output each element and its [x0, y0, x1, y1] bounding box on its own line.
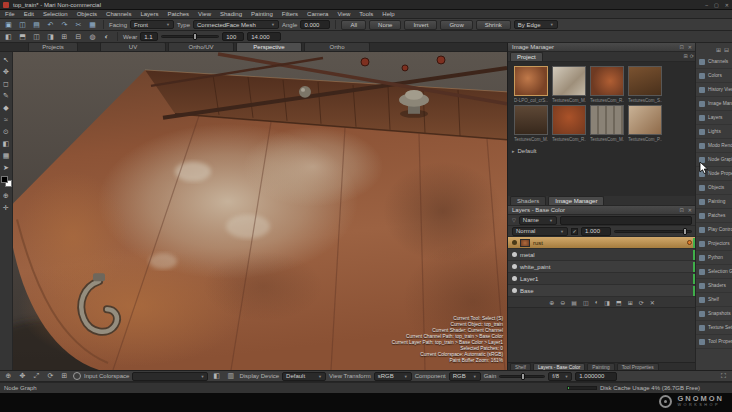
dock-tab-shaders[interactable]: Shaders: [510, 196, 546, 205]
sidebar-item-painting[interactable]: Painting: [696, 195, 732, 209]
add-mask-icon[interactable]: ◨: [604, 299, 610, 306]
sidebar-item-shaders[interactable]: Shaders: [696, 279, 732, 293]
add-adjustment-icon[interactable]: ◐: [595, 299, 599, 305]
dock-tab-layers-base-color[interactable]: Layers - Base Color: [533, 363, 585, 370]
menu-camera[interactable]: Camera: [307, 11, 328, 17]
layer-row[interactable]: white_paint: [508, 261, 696, 273]
texture-thumbnail[interactable]: [628, 66, 662, 96]
gradient-tool-icon[interactable]: ◧: [1, 138, 12, 149]
tab-projects[interactable]: Projects: [28, 42, 78, 51]
sidebar-item-modo-render[interactable]: Modo Render: [696, 139, 732, 153]
layer-visibility-icon[interactable]: [512, 252, 517, 257]
gain-value-field[interactable]: 1.000000: [575, 372, 617, 381]
angle-field[interactable]: 0.000: [300, 20, 330, 29]
expand-arrow-icon[interactable]: ▸: [512, 148, 515, 154]
panel-float-icon[interactable]: ⊡: [680, 207, 684, 213]
layer-row[interactable]: metal: [508, 249, 696, 261]
3d-viewport[interactable]: Current Tool: Select (S) Current Object:…: [13, 52, 507, 370]
remove-layer-icon[interactable]: ⊖: [560, 299, 565, 306]
sidebar-item-colors[interactable]: Colors: [696, 69, 732, 83]
fill-tool-icon[interactable]: ▦: [1, 150, 12, 161]
fstop-dropdown[interactable]: f/8▼: [548, 372, 572, 381]
foreground-color-swatch[interactable]: [1, 176, 8, 183]
panel-close-icon[interactable]: ✕: [688, 44, 692, 50]
open-project-icon[interactable]: ◫: [17, 20, 28, 30]
input-colorspace-dropdown[interactable]: ▼: [132, 372, 208, 381]
layer-row[interactable]: rust: [508, 237, 696, 249]
sidebar-item-objects[interactable]: Objects: [696, 181, 732, 195]
sidebar-item-layers[interactable]: Layers: [696, 111, 732, 125]
panel-float-icon[interactable]: ⊡: [680, 44, 684, 50]
clone-stamp-icon[interactable]: ⊙: [1, 126, 12, 137]
menu-filters[interactable]: Filters: [282, 11, 298, 17]
image-manager-tab-project[interactable]: Project: [510, 52, 543, 61]
filter-field-dropdown[interactable]: Name▼: [519, 216, 557, 225]
menu-objects[interactable]: Objects: [77, 11, 97, 17]
menu-view[interactable]: View: [198, 11, 211, 17]
bake-icon[interactable]: ⊟: [73, 32, 84, 42]
paint-through-icon[interactable]: ◧: [3, 32, 14, 42]
filter-funnel-icon[interactable]: ▽: [512, 217, 516, 223]
select-all-button[interactable]: All: [341, 20, 366, 30]
tab-ortho-uv[interactable]: Ortho/UV: [168, 42, 234, 51]
facing-dropdown[interactable]: Front▼: [130, 20, 174, 29]
menu-file[interactable]: File: [5, 11, 15, 17]
layer-amount-slider[interactable]: [614, 227, 692, 236]
tab-perspective[interactable]: Perspective: [236, 42, 302, 51]
lut-icon[interactable]: ◧: [211, 371, 222, 381]
texture-thumbnail[interactable]: [514, 105, 548, 135]
duplicate-layer-icon[interactable]: ◫: [583, 299, 589, 306]
selection-type-dropdown[interactable]: ConnectedFace Mesh▼: [193, 20, 279, 29]
layer-visibility-checkbox[interactable]: ✓: [571, 228, 578, 235]
layer-row[interactable]: Layer1: [508, 273, 696, 285]
menu-channels[interactable]: Channels: [106, 11, 131, 17]
dock-tab-painting[interactable]: Painting: [587, 363, 614, 370]
projection-icon[interactable]: ⊞: [59, 32, 70, 42]
dock-tab-image-manager[interactable]: Image Manager: [548, 196, 604, 205]
fullscreen-icon[interactable]: ⛶: [718, 371, 729, 381]
add-layer-icon[interactable]: ⊕: [549, 299, 554, 306]
component-dropdown[interactable]: RGB▼: [449, 372, 481, 381]
color-swatches[interactable]: [1, 176, 12, 187]
select-shrink-button[interactable]: Shrink: [476, 20, 511, 30]
menu-painting[interactable]: Painting: [251, 11, 273, 17]
sidebar-item-python[interactable]: Python: [696, 251, 732, 265]
menu-selection[interactable]: Selection: [43, 11, 68, 17]
transform-tool-icon[interactable]: ✥: [1, 66, 12, 77]
texture-thumbnail[interactable]: [590, 66, 624, 96]
menu-view-2[interactable]: View: [337, 11, 350, 17]
view-transform-dropdown[interactable]: sRGB▼: [374, 372, 412, 381]
refresh-images-icon[interactable]: ⟳: [690, 53, 694, 59]
layer-row[interactable]: Base: [508, 285, 696, 297]
vector-paint-icon[interactable]: ➤: [1, 162, 12, 173]
delete-layer-icon[interactable]: ✕: [650, 299, 655, 306]
nav-fit-icon[interactable]: ⤢: [31, 371, 42, 381]
blur-tool-icon[interactable]: ≈: [1, 114, 12, 125]
viewport-3d-model[interactable]: [13, 52, 507, 370]
new-project-icon[interactable]: ▣: [3, 20, 14, 30]
wear-field[interactable]: 1.1: [140, 32, 158, 41]
sidebar-item-tool-properties[interactable]: Tool Properties: [696, 335, 732, 349]
sidebar-item-patches[interactable]: Patches: [696, 209, 732, 223]
redo-icon[interactable]: ↷: [59, 20, 70, 30]
select-grow-button[interactable]: Grow: [440, 20, 472, 30]
pan-tool-icon[interactable]: ✛: [1, 202, 12, 213]
add-group-icon[interactable]: ▤: [571, 299, 577, 306]
sidebar-item-texture-sets[interactable]: Texture Sets: [696, 321, 732, 335]
image-group-default[interactable]: ▸ Default: [512, 148, 537, 154]
sidebar-item-shelf[interactable]: Shelf: [696, 293, 732, 307]
cache-layer-icon[interactable]: ⊞: [628, 299, 633, 306]
dock-tab-shelf[interactable]: Shelf: [510, 363, 531, 370]
menu-help[interactable]: Help: [382, 11, 394, 17]
layer-visibility-icon[interactable]: [512, 240, 517, 245]
menu-patches[interactable]: Patches: [167, 11, 189, 17]
texture-thumbnail[interactable]: [552, 105, 586, 135]
layer-amount-field[interactable]: 1.000: [581, 227, 611, 236]
nav-reset-icon[interactable]: ⊕: [3, 371, 14, 381]
texture-thumbnail[interactable]: [552, 66, 586, 96]
dock-tab-tool-properties[interactable]: Tool Properties: [617, 363, 659, 370]
select-invert-button[interactable]: Invert: [404, 20, 437, 30]
texture-thumbnail[interactable]: [514, 66, 548, 96]
menu-shading[interactable]: Shading: [220, 11, 242, 17]
close-button[interactable]: ✕: [725, 2, 729, 8]
